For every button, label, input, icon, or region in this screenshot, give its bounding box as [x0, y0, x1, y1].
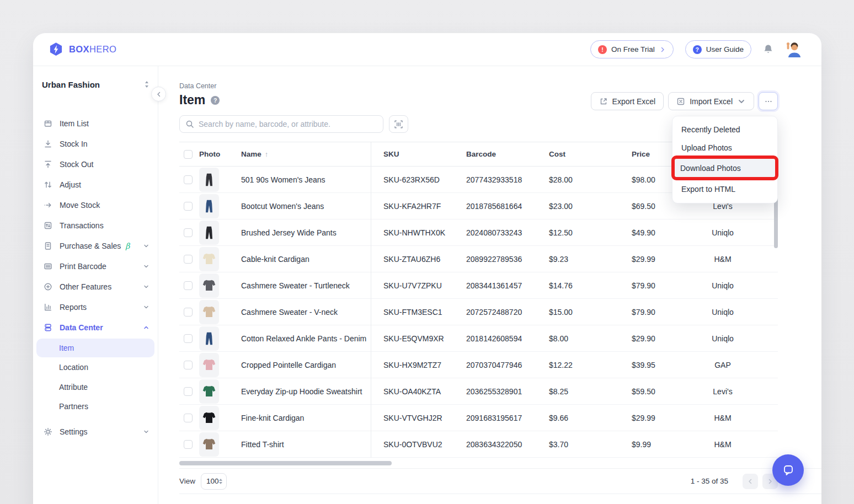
sidebar-subitem-location[interactable]: Location: [36, 358, 154, 377]
menu-item-recently-deleted[interactable]: Recently Deleted: [676, 120, 774, 138]
row-checkbox[interactable]: [184, 175, 193, 184]
boxhero-logo[interactable]: BOXHERO: [49, 42, 116, 57]
item-name-cell: Cashmere Sweater - V-neck: [241, 308, 371, 317]
row-checkbox[interactable]: [184, 228, 193, 237]
row-checkbox[interactable]: [184, 361, 193, 369]
sidebar-item-stock-in[interactable]: Stock In: [33, 133, 158, 154]
item-brand-cell: H&M: [690, 255, 778, 264]
import-excel-button[interactable]: Import Excel: [668, 92, 754, 110]
free-trial-pill[interactable]: ! On Free Trial: [590, 40, 674, 58]
arrow-down-tray-icon: [44, 140, 52, 148]
sidebar-item-other-features[interactable]: Other Features: [33, 276, 158, 297]
previous-page-button[interactable]: [743, 474, 758, 489]
table-row[interactable]: Cotton Relaxed Ankle Pants - Denim SKU-E…: [179, 325, 778, 352]
table-row[interactable]: Fine-knit Cardigan SKU-VTVGHJ2R 20916831…: [179, 405, 778, 431]
header-sku[interactable]: SKU: [371, 150, 453, 158]
table-row[interactable]: Brushed Jersey Wide Pants SKU-NHWTHX0K 2…: [179, 219, 778, 246]
item-sku-cell: SKU-HX9M2TZ7: [371, 361, 453, 369]
sidebar-item-data-center[interactable]: Data Center: [33, 317, 158, 337]
chevron-left-icon: [156, 92, 162, 97]
header-barcode[interactable]: Barcode: [453, 150, 536, 158]
sidebar-item-stock-out[interactable]: Stock Out: [33, 154, 158, 174]
vertical-scrollbar-thumb[interactable]: [774, 196, 778, 248]
company-selector[interactable]: Urban Fashion: [33, 76, 158, 93]
user-guide-pill[interactable]: ? User Guide: [685, 40, 751, 58]
stepper-arrows-icon[interactable]: [219, 479, 222, 484]
sidebar-item-adjust[interactable]: Adjust: [33, 174, 158, 195]
row-checkbox[interactable]: [184, 255, 193, 264]
chat-support-button[interactable]: [772, 454, 804, 486]
row-checkbox[interactable]: [184, 308, 193, 317]
sidebar-item-purchase-sales[interactable]: Purchase & Salesβ: [33, 235, 158, 256]
trial-alert-icon: !: [598, 45, 607, 54]
more-actions-menu: Recently Deleted Upload Photos Download …: [672, 116, 778, 203]
page-size-stepper[interactable]: 100: [201, 473, 227, 490]
item-name-cell: Fitted T-shirt: [241, 440, 371, 449]
main-content: Data Center Item ? Export Excel Import E…: [158, 66, 821, 504]
sidebar-subitem-partners[interactable]: Partners: [36, 397, 154, 416]
export-excel-button[interactable]: Export Excel: [591, 92, 664, 110]
header-cost[interactable]: Cost: [536, 150, 619, 158]
sidebar-item-print-barcode[interactable]: Print Barcode: [33, 256, 158, 276]
item-barcode-cell: 2083634322050: [453, 440, 536, 449]
barcode-scan-button[interactable]: [389, 115, 408, 133]
table-row[interactable]: Cashmere Sweater - V-neck SKU-FTM3ESC1 2…: [179, 299, 778, 325]
table-row[interactable]: Cable-knit Cardigan SKU-ZTAU6ZH6 2089922…: [179, 246, 778, 272]
pants-silhouette-icon: [205, 200, 214, 213]
item-cost-cell: $9.66: [536, 414, 619, 422]
item-price-cell: $79.90: [619, 281, 690, 290]
select-all-checkbox[interactable]: [184, 150, 193, 159]
toolbar: Export Excel Import Excel: [591, 92, 778, 110]
row-checkbox[interactable]: [184, 202, 193, 211]
arrow-up-tray-icon: [44, 160, 52, 169]
table-row[interactable]: Cashmere Sweater - Turtleneck SKU-U7V7ZP…: [179, 272, 778, 299]
row-checkbox[interactable]: [184, 440, 193, 449]
pants-silhouette-icon: [205, 332, 214, 345]
top-silhouette-icon: [202, 253, 216, 265]
help-icon[interactable]: ?: [211, 96, 220, 105]
top-silhouette-icon: [202, 412, 216, 423]
row-checkbox[interactable]: [184, 414, 193, 422]
notification-bell-icon[interactable]: [763, 44, 773, 55]
row-checkbox[interactable]: [184, 281, 193, 290]
sidebar-item-item-list[interactable]: Item List: [33, 113, 158, 133]
sidebar-item-reports[interactable]: Reports: [33, 297, 158, 317]
user-avatar[interactable]: [785, 41, 801, 57]
item-sku-cell: SKU-E5QVM9XR: [371, 334, 453, 343]
top-silhouette-icon: [202, 280, 216, 291]
row-checkbox[interactable]: [184, 334, 193, 343]
item-name-cell: Cashmere Sweater - Turtleneck: [241, 281, 371, 290]
item-name-cell: Bootcut Women's Jeans: [241, 202, 371, 211]
item-price-cell: $79.90: [619, 308, 690, 317]
item-barcode-cell: 2089922789536: [453, 255, 536, 264]
sidebar-subitem-item[interactable]: Item: [36, 339, 154, 357]
menu-item-download-photos[interactable]: Download Photos: [675, 159, 775, 177]
more-actions-button[interactable]: [759, 92, 778, 110]
item-name-cell: 501 90s Women's Jeans: [241, 175, 371, 184]
table-row[interactable]: Everyday Zip-up Hoodie Sweatshirt SKU-OA…: [179, 378, 778, 405]
chevron-down-icon: [143, 243, 150, 249]
header-name[interactable]: Name↑: [241, 150, 371, 158]
search-input[interactable]: [199, 120, 377, 128]
table-row[interactable]: Cropped Pointelle Cardigan SKU-HX9M2TZ7 …: [179, 352, 778, 378]
item-cost-cell: $12.22: [536, 361, 619, 369]
menu-item-export-to-html[interactable]: Export to HTML: [676, 180, 774, 198]
row-checkbox[interactable]: [184, 387, 193, 396]
sidebar-subitem-attribute[interactable]: Attribute: [36, 378, 154, 396]
item-barcode-cell: 2018785681664: [453, 202, 536, 211]
pants-silhouette-icon: [205, 173, 214, 186]
item-name-cell: Brushed Jersey Wide Pants: [241, 228, 371, 237]
table-row[interactable]: Fitted T-shirt SKU-0OTVBVU2 208363432205…: [179, 431, 778, 458]
menu-item-upload-photos[interactable]: Upload Photos: [676, 138, 774, 157]
sidebar-item-transactions[interactable]: Transactions: [33, 215, 158, 235]
horizontal-scrollbar[interactable]: [179, 461, 778, 465]
barcode-icon: [44, 262, 52, 271]
item-sku-cell: SKU-FTM3ESC1: [371, 308, 453, 317]
sidebar-item-settings[interactable]: Settings: [33, 422, 158, 442]
fixed-column-divider: [371, 142, 371, 458]
sidebar-item-move-stock[interactable]: Move Stock: [33, 195, 158, 215]
sidebar-collapse-button[interactable]: [151, 87, 166, 101]
top-silhouette-icon: [202, 385, 216, 397]
horizontal-scrollbar-thumb[interactable]: [179, 461, 392, 465]
item-barcode-cell: 2036255328901: [453, 387, 536, 396]
